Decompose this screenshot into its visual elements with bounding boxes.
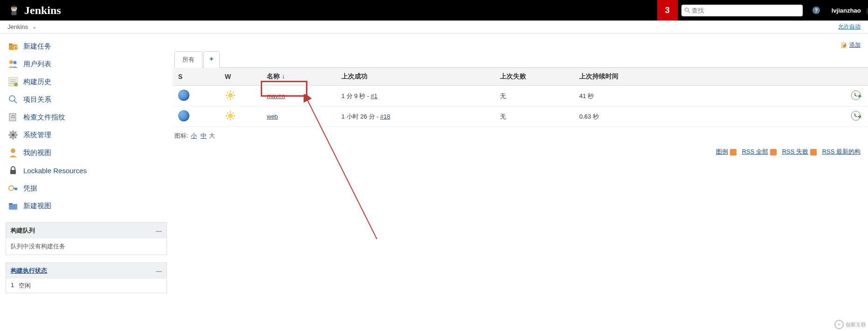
- auto-refresh-link[interactable]: 允许自动: [838, 23, 861, 31]
- svg-point-13: [14, 61, 17, 64]
- svg-line-37: [233, 92, 234, 93]
- people-icon: [7, 58, 19, 70]
- executor-status-header: 构建执行状态 —: [6, 263, 167, 279]
- breadcrumb-item[interactable]: Jenkins: [7, 23, 28, 30]
- status-ball-blue-icon: [178, 90, 189, 101]
- search-input[interactable]: [690, 6, 800, 15]
- edit-icon: [841, 42, 847, 49]
- projects-table: S W 名称 ↓ 上次成功 上次失败 上次持续时间 maven 1 分 9 秒 …: [173, 68, 868, 127]
- col-status[interactable]: S: [173, 68, 219, 86]
- executor-status-title[interactable]: 构建执行状态: [11, 267, 47, 275]
- table-header-row: S W 名称 ↓ 上次成功 上次失败 上次持续时间: [173, 68, 868, 86]
- table-row: web 1 小时 26 分 - #18 无 0.63 秒: [173, 106, 868, 127]
- sidebar-item-project-relationship[interactable]: 项目关系: [0, 91, 173, 108]
- legend-link[interactable]: 图例: [716, 148, 728, 155]
- rss-latest-link[interactable]: RSS 最新的构: [822, 148, 861, 155]
- svg-point-18: [14, 83, 18, 86]
- app-title: Jenkins: [24, 4, 61, 17]
- svg-line-36: [233, 98, 234, 99]
- svg-point-24: [11, 148, 15, 153]
- header-divider: |: [867, 7, 868, 14]
- add-description-link[interactable]: 添加: [849, 42, 861, 48]
- svg-rect-28: [9, 203, 13, 205]
- weather-sunny-icon: [225, 110, 236, 121]
- tab-add-view[interactable]: +: [203, 51, 220, 68]
- rss-row: 图例 RSS 全部 RSS 失败 RSS 最新的构: [173, 145, 868, 159]
- sidebar-item-label: 检查文件指纹: [23, 113, 65, 122]
- sidebar-item-lockable-resources[interactable]: Lockable Resources: [0, 162, 173, 179]
- search-icon: [684, 7, 690, 14]
- collapse-icon[interactable]: —: [156, 268, 162, 275]
- sidebar-item-fingerprint[interactable]: 检查文件指纹: [0, 108, 173, 126]
- sidebar-item-my-views[interactable]: 我的视图: [0, 144, 173, 162]
- sidebar-item-people[interactable]: 用户列表: [0, 55, 173, 73]
- header: Jenkins 3 ? lvjianzhao |: [0, 0, 868, 21]
- tab-all[interactable]: 所有: [174, 51, 202, 68]
- sidebar-item-label: 系统管理: [23, 131, 51, 140]
- collapse-icon[interactable]: —: [156, 227, 162, 234]
- weather-sunny-icon: [225, 90, 236, 101]
- executor-num: 1: [11, 282, 14, 290]
- rss-icon: [730, 149, 736, 155]
- last-failure-cell: 无: [494, 106, 574, 127]
- svg-line-6: [688, 11, 689, 13]
- rss-icon: [770, 149, 777, 155]
- schedule-build-icon[interactable]: [850, 90, 861, 101]
- status-ball-blue-icon: [178, 110, 189, 121]
- executor-status: 空闲: [19, 282, 31, 290]
- icon-size-legend: 图标: 小 中 大: [173, 127, 868, 145]
- build-link[interactable]: #18: [380, 113, 390, 120]
- rss-all-link[interactable]: RSS 全部: [742, 148, 768, 155]
- sidebar-item-new-view[interactable]: 新建视图: [0, 197, 173, 215]
- svg-rect-10: [9, 43, 13, 45]
- svg-rect-2: [12, 6, 16, 7]
- build-history-icon: [7, 76, 19, 87]
- username-link[interactable]: lvjianzhao: [832, 7, 861, 14]
- last-duration-cell: 0.63 秒: [574, 106, 845, 127]
- help-icon[interactable]: ?: [812, 6, 820, 14]
- svg-rect-1: [11, 11, 16, 15]
- lock-icon: [7, 165, 19, 176]
- last-duration-cell: 41 秒: [574, 86, 845, 106]
- table-row: maven 1 分 9 秒 - #1 无 41 秒: [173, 86, 868, 106]
- sidebar-item-build-history[interactable]: 构建历史: [0, 73, 173, 91]
- svg-point-40: [228, 113, 233, 118]
- last-failure-cell: 无: [494, 86, 574, 106]
- col-last-duration[interactable]: 上次持续时间: [574, 68, 845, 86]
- logo-area[interactable]: Jenkins: [7, 4, 61, 17]
- col-name[interactable]: 名称 ↓: [261, 68, 336, 86]
- col-last-success[interactable]: 上次成功: [336, 68, 494, 86]
- svg-line-20: [14, 100, 17, 103]
- build-queue-empty: 队列中没有构建任务: [6, 239, 167, 254]
- sidebar-item-label: 项目关系: [23, 95, 51, 104]
- icon-legend-label: 图标:: [174, 132, 190, 139]
- sidebar-item-credentials[interactable]: 凭据: [0, 179, 173, 197]
- col-last-failure[interactable]: 上次失败: [494, 68, 574, 86]
- schedule-build-icon[interactable]: [850, 110, 861, 121]
- sidebar-item-new-item[interactable]: 新建任务: [0, 37, 173, 55]
- last-success-cell: 1 小时 26 分 - #18: [336, 106, 494, 127]
- job-link-maven[interactable]: maven: [267, 92, 285, 99]
- icon-size-medium[interactable]: 中: [201, 132, 207, 139]
- svg-point-30: [228, 93, 233, 98]
- search-box[interactable]: [681, 5, 803, 16]
- breadcrumb-bar: Jenkins ▸ 允许自动: [0, 21, 868, 34]
- main-content: 添加 所有 + S W 名称 ↓ 上次成功 上次失败 上次持续时间: [173, 34, 868, 297]
- svg-line-38: [227, 98, 228, 99]
- new-item-icon: [7, 41, 19, 52]
- job-link-web[interactable]: web: [267, 113, 278, 120]
- last-success-cell: 1 分 9 秒 - #1: [336, 86, 494, 106]
- svg-text:?: ?: [814, 7, 818, 13]
- gear-icon: [7, 129, 19, 141]
- sidebar-item-manage[interactable]: 系统管理: [0, 126, 173, 144]
- build-link[interactable]: #1: [371, 92, 377, 99]
- icon-size-small[interactable]: 小: [191, 132, 197, 139]
- rss-failed-link[interactable]: RSS 失败: [782, 148, 808, 155]
- svg-line-45: [227, 113, 228, 113]
- svg-line-46: [233, 118, 234, 119]
- breadcrumb-separator-icon: ▸: [34, 25, 36, 30]
- svg-point-12: [9, 60, 13, 64]
- col-weather[interactable]: W: [219, 68, 261, 86]
- svg-point-26: [9, 186, 14, 190]
- notification-badge[interactable]: 3: [657, 0, 678, 21]
